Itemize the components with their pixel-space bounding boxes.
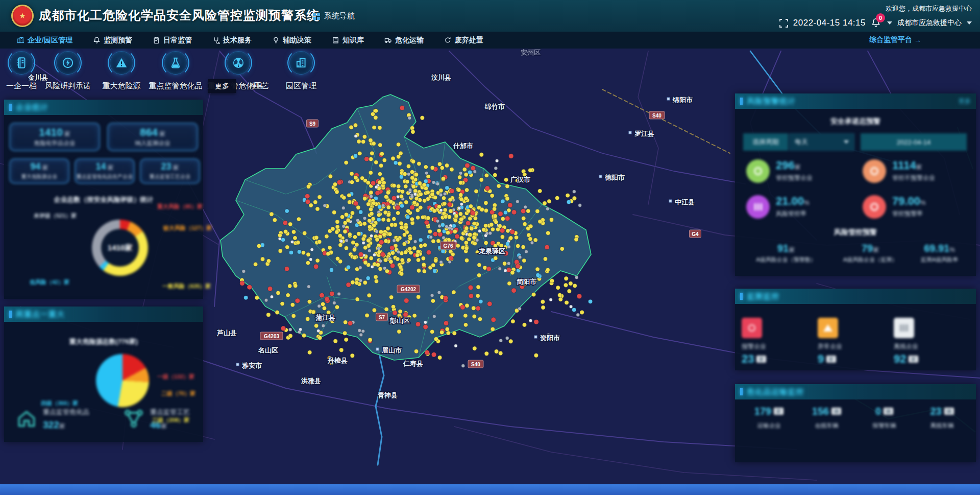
nav-item-tech-service[interactable]: 技术服务 [212,36,252,45]
svg-text:洪雅县: 洪雅县 [301,377,321,385]
quick-item-park-management[interactable]: 园区管理 [263,51,339,91]
chart-callout-label: 四级（366）家 [41,399,78,407]
svg-text:资阳市: 资阳市 [540,334,560,342]
svg-text:S40: S40 [652,113,662,119]
nav-label: 技术服务 [223,36,252,45]
monitor-value: 9家 [818,352,836,366]
svg-text:汶川县: 汶川县 [431,74,451,81]
radiation-icon [232,56,245,69]
footer-bar [0,484,980,495]
system-nav-button[interactable]: 系统导航 [312,11,355,21]
platform-link-label: 综合监管平台 [869,35,912,44]
svg-text:安州区: 安州区 [521,49,541,56]
stat-box-hazchem-enterprises[interactable]: 1410家 危险化学品企业 [9,123,100,151]
warning-stat-red: 79.00% 管控预警率 [863,195,926,219]
nav-item-enterprise-park[interactable]: 企业/园区管理 [17,36,72,45]
notification-bell-icon[interactable]: 0 [871,17,882,29]
fullscreen-icon[interactable] [779,19,788,28]
svg-text:雅安市: 雅安市 [241,362,262,369]
warning-stat-orange: 1114家 管控不预警企业 [863,159,935,183]
caret-down-icon[interactable] [967,21,972,25]
caret-down-icon[interactable] [887,21,892,25]
chart-callout-label: 未评级（521）家 [34,212,77,220]
risk-rating-donut-chart: 1410家 [92,220,148,276]
stat-box-key-chemical-producers[interactable]: 14家 重点监管危化品生产企业 [75,158,135,184]
system-nav-label: 系统导航 [324,11,355,21]
nav-label: 企业/园区管理 [28,36,72,45]
nav-label: 日常监管 [163,36,192,45]
quick-item-label: 园区管理 [263,81,339,91]
period-dropdown[interactable]: 每天 [789,133,854,151]
page-title: 成都市化工危险化学品安全风险管控监测预警系统 [39,7,320,23]
svg-text:仁寿县: 仁寿县 [403,360,423,367]
svg-text:彭山区: 彭山区 [389,317,410,324]
offline-square-icon [894,318,914,338]
monitor-value: 23家 [742,352,766,366]
org-dropdown[interactable]: 成都市应急救援中心 [897,18,962,28]
svg-text:S7: S7 [379,315,385,320]
svg-text:中江县: 中江县 [675,198,695,206]
svg-text:简阳市: 简阳市 [517,278,536,286]
nav-label: 辅助决策 [283,36,311,45]
nav-label: 危化运输 [395,36,424,45]
stat-box-key-process-enterprises[interactable]: 23家 重点监管工艺企业 [140,158,200,184]
svg-text:G4203: G4203 [264,334,279,339]
svg-text:德阳市: 德阳市 [604,174,625,181]
nav-item-decision-support[interactable]: 辅助决策 [272,36,311,45]
flask-icon [169,56,182,69]
svg-text:绵阳市: 绵阳市 [672,96,693,104]
chart-callout-label: 一般风险（635）家 [162,282,211,290]
panel-two-key-one-major: 两重点一重大 重大危险源总数(776家) 重点监管危化品 322家 重点监管工艺… [4,307,203,442]
bulb-icon [272,36,280,44]
abnormal-square-icon [818,318,838,338]
svg-text:G4202: G4202 [401,287,416,292]
date-picker[interactable]: 2022-04-14 [861,133,967,151]
svg-text:罗江县: 罗江县 [634,130,654,137]
nav-item-waste-disposal[interactable]: 废弃处置 [444,36,483,45]
panel-monitoring: 监测监控 报警企业 23家 异常企业 9家 离线企业 92家 [735,289,976,370]
truck-icon [384,36,392,44]
more-link[interactable]: 更多 [959,97,971,106]
red-circle-icon [863,195,886,219]
nav-item-daily-supervision[interactable]: 日常监管 [153,36,192,45]
major-hazard-pie-chart [96,354,149,407]
svg-text:什邡市: 什邡市 [453,142,473,150]
orange-circle-icon [863,159,886,183]
nav-item-monitor-warning[interactable]: 监测预警 [93,36,132,45]
stat-box-major-hazard-enterprises[interactable]: 94家 重大危险源企业 [9,158,69,184]
nav-item-knowledge-base[interactable]: 知识库 [332,36,364,45]
sub-section-title: 风险管控预警 [735,228,976,237]
panel-title: 监测监控 [747,292,779,301]
footer-stat-key-chemicals: 重点监管危化品 322家 [15,408,89,431]
arrow-right-icon: → [914,36,921,44]
panel-title: 企业统计 [16,103,48,112]
map-more-button[interactable]: 更多 [208,79,236,93]
panel-enterprise-stats: 企业统计 1410家 危险化学品企业 864家 纳入监测企业 94家 重大危险源… [4,100,203,299]
nav-label: 废弃处置 [455,36,483,45]
bell-icon [93,36,101,44]
chart-callout-label: 三级（208）家 [152,416,189,424]
building-icon [17,36,24,44]
notification-badge: 0 [876,13,885,22]
service-icon [212,36,220,44]
stat-box-monitored-enterprises[interactable]: 864家 纳入监测企业 [107,123,198,151]
svg-text:名山区: 名山区 [258,346,278,354]
nav-label: 知识库 [342,36,364,45]
chart-callout-label: 重大风险（85）家 [157,203,203,210]
substat-1: 91家 A级风险企业（预警数） [750,243,822,264]
nav-item-hazmat-transport[interactable]: 危化运输 [384,36,424,45]
panel-transport-monitoring: 危化品运输监控 179家 运输企业 156辆 在线车辆 0辆 报警车辆 23辆 … [735,384,976,462]
svg-text:蒲江县: 蒲江县 [315,314,335,321]
svg-text:G4: G4 [692,231,699,237]
chart-callout-label: 较大风险（127）家 [163,224,212,232]
grid-icon [312,12,321,20]
datetime: 2022-04-15 14:15 [793,18,866,28]
platform-link[interactable]: 综合监管平台 → [869,35,921,44]
svg-text:广汉市: 广汉市 [510,176,530,183]
lightning-icon [61,56,75,69]
process-icon [122,408,145,430]
park-icon [295,56,308,69]
pie-chart-title: 重大危险源总数(776家) [4,337,203,346]
svg-text:S9: S9 [309,121,316,127]
svg-text:芦山县: 芦山县 [216,329,237,337]
